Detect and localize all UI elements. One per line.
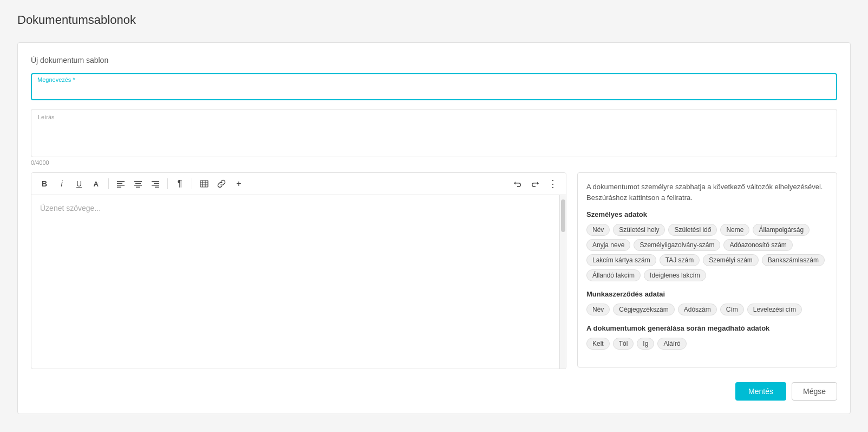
variable-tag[interactable]: Személyiigazolvány-szám [634,239,720,251]
variable-tag[interactable]: Cégjegyzékszám [613,304,674,315]
variable-tag[interactable]: Személyi szám [703,254,759,266]
svg-rect-0 [117,181,125,182]
page-title: Dokumentumsablonok [17,13,851,27]
cancel-button[interactable]: Mégse [792,382,837,401]
align-right-button[interactable] [148,176,163,191]
personal-section-title: Személyes adatok [586,210,828,218]
editor-col: B i U A: [31,172,566,369]
contract-tags-group: NévCégjegyzékszámAdószámCímLevelezési cí… [586,304,828,315]
underline-button[interactable]: U [71,176,87,191]
megnevezes-input[interactable] [31,73,837,100]
variable-tag[interactable]: Ideiglenes lakcím [644,269,706,281]
svg-rect-11 [155,187,159,188]
svg-rect-10 [152,185,159,186]
variable-tag[interactable]: Lakcím kártya szám [586,254,656,266]
megnevezes-label: Megnevezés [37,76,75,83]
variable-tag[interactable]: Anyja neve [586,239,630,251]
svg-rect-5 [135,183,141,184]
leiras-label: Leírás [31,109,837,120]
redo-button[interactable] [527,176,543,191]
variable-tag[interactable]: Neme [720,224,749,236]
variable-tag[interactable]: Ig [637,338,654,350]
editor-toolbar: B i U A: [31,173,566,195]
separator-2 [167,178,168,189]
more-options-button[interactable]: ⋮ [545,176,560,191]
svg-rect-12 [200,180,208,187]
variable-tag[interactable]: Állandó lakcím [586,269,641,281]
font-size-button[interactable]: A: [89,176,104,191]
variable-tag[interactable]: Kelt [586,338,610,350]
leiras-wrapper: Leírás [31,109,837,157]
variable-tag[interactable]: Cím [720,304,744,315]
variable-tag[interactable]: Születési hely [613,224,665,236]
svg-rect-7 [136,187,140,188]
contract-section-title: Munkaszerződés adatai [586,290,828,298]
editor-body: Üzenet szövege... [31,195,566,369]
variable-tag[interactable]: Név [586,304,610,315]
separator-1 [108,178,109,189]
variable-tag[interactable]: Levelezési cím [747,304,802,315]
undo-button[interactable] [510,176,525,191]
variable-tag[interactable]: Adóazonosító szám [723,239,792,251]
svg-rect-1 [117,183,122,184]
char-count: 0/4000 [31,159,837,166]
variables-panel: A dokumentumot személyre szabhatja a köv… [577,172,837,367]
insert-button[interactable]: + [231,176,246,191]
table-button[interactable] [197,176,212,191]
variable-tag[interactable]: Születési idő [668,224,717,236]
svg-rect-4 [134,181,142,182]
svg-rect-2 [117,185,125,186]
editor-scrollbar[interactable] [559,195,566,369]
editor-scrollbar-thumb [561,199,565,232]
variable-tag[interactable]: Név [586,224,610,236]
leiras-input[interactable] [31,120,837,155]
generation-section-title: A dokumentumok generálása során megadhat… [586,324,828,332]
bold-button[interactable]: B [37,176,52,191]
section-title: Új dokumentum sablon [31,56,837,65]
link-button[interactable] [214,176,229,191]
align-left-button[interactable] [113,176,128,191]
italic-button[interactable]: i [54,176,69,191]
variable-tag[interactable]: Tól [613,338,634,350]
variables-desc: A dokumentumot személyre szabhatja a köv… [586,182,828,203]
variable-tag[interactable]: TAJ szám [660,254,700,266]
megnevezes-field-group: Megnevezés [31,73,837,100]
variable-tag[interactable]: Bankszámlaszám [762,254,825,266]
editor-content[interactable]: Üzenet szövege... [31,195,559,369]
svg-rect-9 [154,183,159,184]
variable-tag[interactable]: Állampolgárság [753,224,810,236]
svg-rect-3 [117,187,121,188]
footer-buttons: Mentés Mégse [31,382,837,401]
save-button[interactable]: Mentés [735,382,786,401]
svg-rect-6 [134,185,142,186]
align-center-button[interactable] [130,176,146,191]
svg-rect-8 [152,181,159,182]
generation-tags-group: KeltTólIgAláíró [586,338,828,350]
variable-tag[interactable]: Adószám [678,304,717,315]
paragraph-button[interactable]: ¶ [172,176,187,191]
personal-tags-group: NévSzületési helySzületési időNemeÁllamp… [586,224,828,281]
separator-3 [192,178,192,189]
variable-tag[interactable]: Aláíró [657,338,686,350]
editor-container: B i U A: [31,172,566,369]
editor-placeholder: Üzenet szövege... [40,204,101,212]
